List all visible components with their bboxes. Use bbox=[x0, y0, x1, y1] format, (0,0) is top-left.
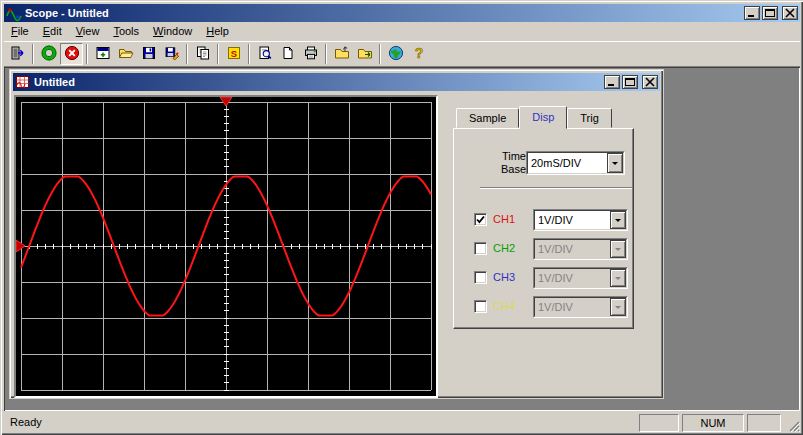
toolbar-separator bbox=[248, 44, 250, 64]
new-page-icon bbox=[280, 45, 296, 64]
ch2-enable-checkbox[interactable] bbox=[474, 242, 487, 255]
dropdown-arrow-button[interactable] bbox=[610, 211, 626, 229]
save-settings-button[interactable] bbox=[160, 43, 183, 65]
menu-bar: FileEditViewToolsWindowHelp bbox=[4, 22, 800, 41]
ch4-label: CH4 bbox=[493, 300, 515, 312]
document-window: Untitled SampleDispTrig Time Base 20mS/D… bbox=[9, 69, 664, 399]
tab-disp[interactable]: Disp bbox=[519, 106, 567, 129]
menu-window[interactable]: Window bbox=[146, 23, 199, 40]
settings-tabs: SampleDispTrig bbox=[456, 105, 612, 128]
toolbar-separator bbox=[379, 44, 381, 64]
window-close-button[interactable] bbox=[782, 6, 798, 20]
document-content: SampleDispTrig Time Base 20mS/DIV CH11V/… bbox=[13, 92, 660, 395]
status-pane-empty bbox=[747, 414, 781, 432]
toolbar-separator bbox=[86, 44, 88, 64]
folder-send-button[interactable] bbox=[353, 43, 376, 65]
status-panes: NUM bbox=[636, 414, 781, 432]
folder-properties-button[interactable] bbox=[330, 43, 353, 65]
document-icon bbox=[15, 74, 31, 90]
tab-sample[interactable]: Sample bbox=[456, 108, 519, 128]
menu-file[interactable]: File bbox=[4, 23, 36, 40]
ch2-scale-select: 1V/DIV bbox=[533, 238, 628, 260]
ch3-scale-value: 1V/DIV bbox=[535, 272, 610, 284]
tab-trig[interactable]: Trig bbox=[567, 108, 612, 128]
ch1-scale-value: 1V/DIV bbox=[535, 214, 610, 226]
toolbar-separator bbox=[325, 44, 327, 64]
exit-icon bbox=[10, 45, 26, 64]
folder-properties-icon bbox=[334, 45, 350, 64]
chevron-down-icon bbox=[615, 277, 621, 283]
document-close-button[interactable] bbox=[642, 75, 658, 89]
menu-edit[interactable]: Edit bbox=[36, 23, 69, 40]
ch1-label: CH1 bbox=[493, 213, 515, 225]
document-minimize-button[interactable] bbox=[604, 75, 620, 89]
resize-grip[interactable] bbox=[784, 414, 800, 432]
document-title: Untitled bbox=[34, 76, 602, 88]
dropdown-arrow-button[interactable] bbox=[607, 153, 623, 173]
ch1-enable-checkbox[interactable] bbox=[474, 213, 487, 226]
time-base-label: Time Base bbox=[468, 150, 526, 176]
scope-display bbox=[16, 97, 436, 396]
exit-button[interactable] bbox=[6, 43, 29, 65]
new-window-icon bbox=[95, 45, 111, 64]
svg-text:S: S bbox=[230, 47, 236, 58]
new-page-button[interactable] bbox=[276, 43, 299, 65]
stop-capture-icon bbox=[64, 45, 80, 64]
print-preview-button[interactable] bbox=[253, 43, 276, 65]
toolbar-separator bbox=[217, 44, 219, 64]
main-titlebar[interactable]: Scope - Untitled bbox=[4, 4, 800, 22]
toolbar-separator bbox=[186, 44, 188, 64]
ch3-scale-select: 1V/DIV bbox=[533, 267, 628, 289]
window-minimize-button[interactable] bbox=[744, 6, 760, 20]
document-maximize-button[interactable] bbox=[622, 75, 638, 89]
ch3-label: CH3 bbox=[493, 271, 515, 283]
chevron-down-icon bbox=[615, 219, 621, 225]
separator bbox=[480, 187, 632, 189]
open-file-button[interactable] bbox=[114, 43, 137, 65]
about-help-button[interactable]: ? bbox=[407, 43, 430, 65]
channel-row-ch1: CH11V/DIV bbox=[454, 209, 633, 231]
app-icon bbox=[6, 5, 22, 21]
time-base-select[interactable]: 20mS/DIV bbox=[526, 151, 625, 175]
dropdown-arrow-button bbox=[610, 298, 626, 316]
menu-tools[interactable]: Tools bbox=[106, 23, 146, 40]
new-window-button[interactable] bbox=[91, 43, 114, 65]
stop-capture-button[interactable] bbox=[60, 43, 83, 65]
dropdown-arrow-button bbox=[610, 269, 626, 287]
start-capture-button[interactable] bbox=[37, 43, 60, 65]
about-help-icon: ? bbox=[411, 45, 427, 64]
save-file-button[interactable] bbox=[137, 43, 160, 65]
print-button[interactable] bbox=[299, 43, 322, 65]
toolbar-separator bbox=[32, 44, 34, 64]
maximize-icon bbox=[624, 75, 636, 90]
document-titlebar[interactable]: Untitled bbox=[13, 73, 660, 91]
status-pane-empty bbox=[639, 414, 679, 432]
folder-send-icon bbox=[357, 45, 373, 64]
open-file-icon bbox=[118, 45, 134, 64]
web-help-button[interactable] bbox=[384, 43, 407, 65]
chevron-down-icon bbox=[615, 248, 621, 254]
signal-s-button[interactable]: S bbox=[222, 43, 245, 65]
mdi-workspace: Untitled SampleDispTrig Time Base 20mS/D… bbox=[4, 67, 800, 411]
minimize-icon bbox=[746, 6, 758, 21]
document-window-controls bbox=[602, 75, 658, 89]
copy-button[interactable] bbox=[191, 43, 214, 65]
copy-icon bbox=[195, 45, 211, 64]
window-maximize-button[interactable] bbox=[762, 6, 778, 20]
ch1-scale-select[interactable]: 1V/DIV bbox=[533, 209, 628, 231]
close-icon bbox=[784, 6, 796, 21]
ch4-scale-select: 1V/DIV bbox=[533, 296, 628, 318]
ch4-scale-value: 1V/DIV bbox=[535, 301, 610, 313]
print-preview-icon bbox=[257, 45, 273, 64]
time-base-value: 20mS/DIV bbox=[528, 157, 607, 169]
ch2-label: CH2 bbox=[493, 242, 515, 254]
window-title: Scope - Untitled bbox=[25, 7, 742, 19]
ch4-enable-checkbox[interactable] bbox=[474, 300, 487, 313]
channel-row-ch4: CH41V/DIV bbox=[454, 296, 633, 318]
ch3-enable-checkbox[interactable] bbox=[474, 271, 487, 284]
toolbar: S? bbox=[4, 41, 800, 67]
start-capture-icon bbox=[41, 45, 57, 64]
menu-help[interactable]: Help bbox=[199, 23, 236, 40]
print-icon bbox=[303, 45, 319, 64]
menu-view[interactable]: View bbox=[69, 23, 107, 40]
